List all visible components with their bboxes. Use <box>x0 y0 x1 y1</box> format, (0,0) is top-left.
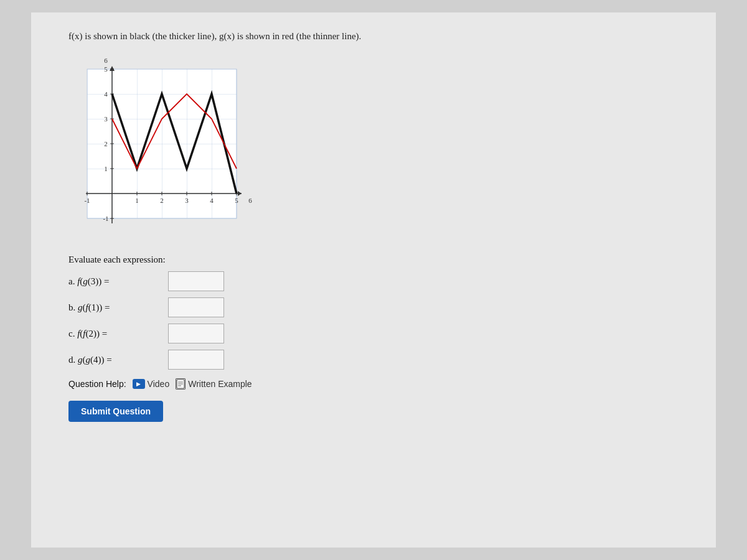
svg-text:1: 1 <box>104 165 108 172</box>
document-icon <box>176 378 186 390</box>
expr-label-a: a. f(g(3)) = <box>68 276 168 287</box>
svg-text:4: 4 <box>104 90 108 98</box>
expr-row-c: c. f(f(2)) = <box>68 324 691 343</box>
svg-text:4: 4 <box>210 197 214 204</box>
expr-label-c: c. f(f(2)) = <box>68 329 168 339</box>
question-help-row: Question Help: ▶ Video Written Example <box>68 378 691 390</box>
expr-row-d: d. g(g(4)) = <box>68 350 691 370</box>
expr-input-d[interactable] <box>168 350 224 370</box>
expr-input-a[interactable] <box>168 271 224 291</box>
svg-marker-32 <box>238 191 242 196</box>
video-label: Video <box>148 379 170 389</box>
expr-label-d: d. g(g(4)) = <box>68 355 168 365</box>
video-button[interactable]: ▶ Video <box>133 379 170 389</box>
page-container: f(x) is shown in black (the thicker line… <box>31 12 716 548</box>
svg-text:6: 6 <box>104 57 108 64</box>
video-icon: ▶ <box>133 379 145 389</box>
expr-row-a: a. f(g(3)) = <box>68 271 691 291</box>
svg-text:3: 3 <box>104 115 108 123</box>
expr-row-b: b. g(f(1)) = <box>68 297 691 317</box>
expr-input-b[interactable] <box>168 297 224 317</box>
description-text: f(x) is shown in black (the thicker line… <box>68 31 691 42</box>
evaluate-section: Evaluate each expression: a. f(g(3)) = b… <box>68 254 691 370</box>
svg-text:1: 1 <box>135 197 139 204</box>
submit-question-button[interactable]: Submit Question <box>68 401 163 422</box>
svg-text:2: 2 <box>104 140 108 147</box>
evaluate-title: Evaluate each expression: <box>68 254 691 265</box>
graph-svg: -1 1 2 3 4 5 6 -1 1 <box>68 50 261 243</box>
svg-text:5: 5 <box>104 65 108 73</box>
help-label: Question Help: <box>68 379 126 389</box>
svg-text:6: 6 <box>248 197 252 204</box>
svg-text:2: 2 <box>160 197 164 204</box>
graph-area: -1 1 2 3 4 5 6 -1 1 <box>68 50 261 243</box>
expr-input-c[interactable] <box>168 324 224 343</box>
svg-text:-1: -1 <box>103 215 108 222</box>
svg-text:3: 3 <box>185 197 189 204</box>
written-example-button[interactable]: Written Example <box>176 378 251 390</box>
svg-text:5: 5 <box>235 197 238 204</box>
written-example-label: Written Example <box>188 379 251 389</box>
svg-text:-1: -1 <box>84 197 90 204</box>
svg-marker-33 <box>110 66 115 71</box>
expr-label-b: b. g(f(1)) = <box>68 302 168 313</box>
